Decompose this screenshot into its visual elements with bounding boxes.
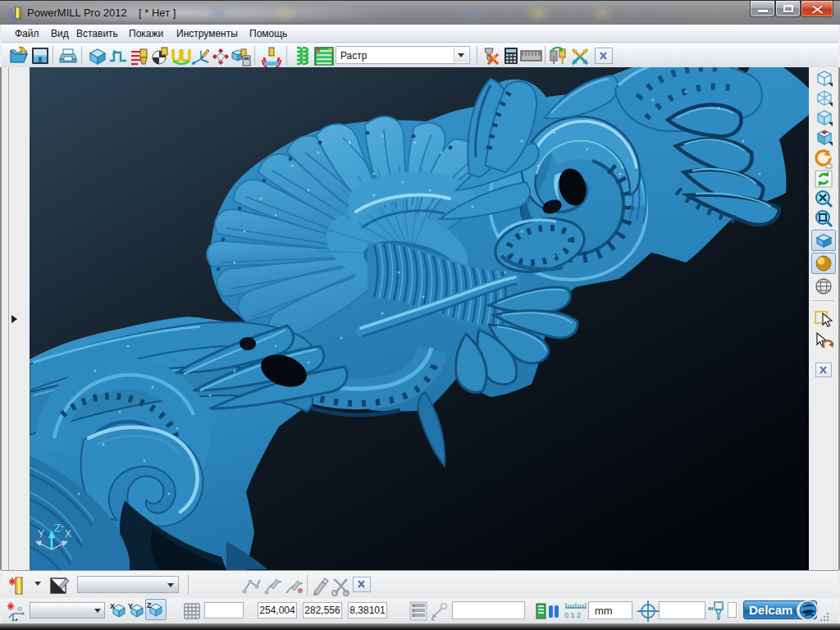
svg-text:Y: Y — [128, 602, 133, 610]
svg-text:Z: Z — [54, 522, 61, 534]
svg-text:X: X — [110, 602, 115, 610]
svg-text:X: X — [65, 528, 71, 540]
svg-text:Y: Y — [38, 528, 44, 540]
svg-text:z: z — [413, 613, 415, 618]
svg-text:0 1 2: 0 1 2 — [564, 611, 581, 619]
svg-text:Z: Z — [147, 601, 152, 609]
